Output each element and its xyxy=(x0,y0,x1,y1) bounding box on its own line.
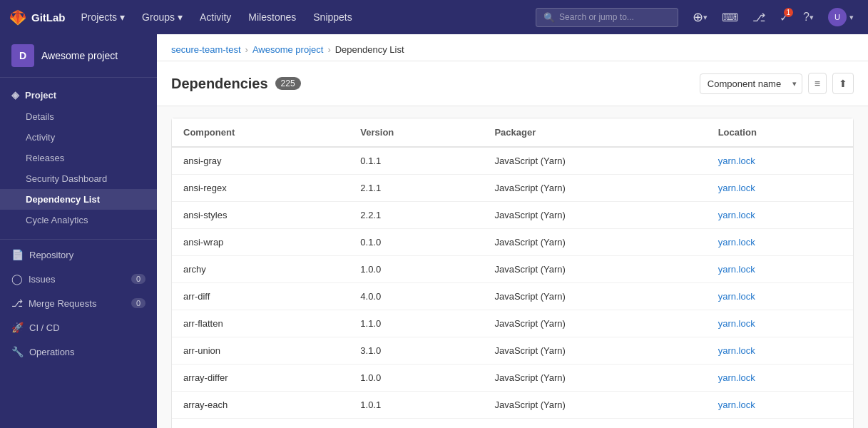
table-row: array-each1.0.1JavaScript (Yarn)yarn.loc… xyxy=(172,392,853,419)
sidebar-item-operations[interactable]: 🔧 Operations xyxy=(0,340,157,364)
merge-requests-count: 0 xyxy=(131,298,145,308)
todos-button[interactable]: ✓ 1 xyxy=(774,6,795,29)
cell-location: yarn.lock xyxy=(707,337,853,365)
operations-icon: 🔧 xyxy=(11,346,24,357)
breadcrumb-separator: › xyxy=(245,44,248,55)
cell-location: yarn.lock xyxy=(707,256,853,283)
avatar: U xyxy=(828,8,847,26)
table-header-row: Component Version Packager Location xyxy=(172,118,853,147)
location-link[interactable]: yarn.lock xyxy=(718,291,755,302)
column-header-component: Component xyxy=(172,118,349,147)
help-button[interactable]: ? ▾ xyxy=(797,6,820,28)
issues-icon: ◯ xyxy=(11,273,23,285)
nav-projects-label: Projects xyxy=(81,11,118,23)
sidebar-item-merge-requests[interactable]: ⎇ Merge Requests 0 xyxy=(0,291,157,315)
location-link[interactable]: yarn.lock xyxy=(718,345,755,356)
location-link[interactable]: yarn.lock xyxy=(718,210,755,220)
location-link[interactable]: yarn.lock xyxy=(718,318,755,329)
cell-location: yarn.lock xyxy=(707,229,853,256)
gitlab-wordmark: GitLab xyxy=(31,11,66,24)
page-header: Dependencies 225 Component name ▾ ≡ ⬆ xyxy=(157,61,868,106)
location-link[interactable]: yarn.lock xyxy=(718,237,755,248)
cell-component: array-slice xyxy=(172,419,349,429)
sidebar-item-details[interactable]: Details xyxy=(0,106,157,127)
project-name: Awesome project xyxy=(41,50,118,61)
sidebar-item-cicd[interactable]: 🚀 CI / CD xyxy=(0,315,157,340)
sidebar-item-releases[interactable]: Releases xyxy=(0,148,157,168)
cell-version: 1.0.0 xyxy=(349,256,483,283)
gitlab-logo[interactable]: GitLab xyxy=(9,8,66,26)
project-section: ◈ Project Details Activity Releases Secu… xyxy=(0,78,157,236)
top-navigation: GitLab Projects ▾ Groups ▾ Activity Mile… xyxy=(0,0,868,34)
nav-snippets[interactable]: Snippets xyxy=(306,7,359,27)
nav-activity[interactable]: Activity xyxy=(193,7,238,27)
cell-location: yarn.lock xyxy=(707,283,853,310)
sidebar-item-activity[interactable]: Activity xyxy=(0,127,157,148)
location-link[interactable]: yarn.lock xyxy=(718,156,755,166)
sidebar-repository-label: Repository xyxy=(29,250,73,260)
sidebar-item-repository[interactable]: 📄 Repository xyxy=(0,243,157,267)
nav-milestones[interactable]: Milestones xyxy=(241,7,303,27)
sidebar-item-issues[interactable]: ◯ Issues 0 xyxy=(0,267,157,291)
cell-packager: JavaScript (Yarn) xyxy=(483,283,706,310)
cell-version: 1.0.0 xyxy=(349,365,483,392)
sidebar-item-dependency-list[interactable]: Dependency List xyxy=(0,189,157,210)
merge-requests-button[interactable]: ⎇ xyxy=(747,6,771,29)
breadcrumb-link-awesome-project[interactable]: Awesome project xyxy=(252,44,323,55)
nav-groups[interactable]: Groups ▾ xyxy=(135,7,190,27)
cell-packager: JavaScript (Yarn) xyxy=(483,202,706,229)
export-button[interactable]: ⬆ xyxy=(832,73,854,94)
chevron-down-icon: ▾ xyxy=(178,11,183,23)
search-placeholder: Search or jump to... xyxy=(559,12,634,22)
keyboard-shortcut-button[interactable]: ⌨ xyxy=(716,6,744,29)
breadcrumb-link-secure-team-test[interactable]: secure-team-test xyxy=(171,44,241,55)
cell-packager: JavaScript (Yarn) xyxy=(483,310,706,337)
sidebar-item-security-dashboard[interactable]: Security Dashboard xyxy=(0,168,157,189)
search-bar[interactable]: 🔍 Search or jump to... xyxy=(536,8,678,27)
table-row: arr-diff4.0.0JavaScript (Yarn)yarn.lock xyxy=(172,283,853,310)
filter-settings-button[interactable]: ≡ xyxy=(808,73,827,94)
cell-packager: JavaScript (Yarn) xyxy=(483,337,706,365)
cell-packager: JavaScript (Yarn) xyxy=(483,392,706,419)
cell-location: yarn.lock xyxy=(707,419,853,429)
cell-component: ansi-styles xyxy=(172,202,349,229)
chevron-down-icon: ▾ xyxy=(849,13,854,22)
location-link[interactable]: yarn.lock xyxy=(718,399,755,410)
user-menu-button[interactable]: U ▾ xyxy=(822,4,859,31)
project-section-label: Project xyxy=(25,90,56,101)
sidebar-item-releases-label: Releases xyxy=(26,153,64,163)
nav-milestones-label: Milestones xyxy=(248,11,296,23)
cell-component: array-each xyxy=(172,392,349,419)
export-icon: ⬆ xyxy=(839,78,847,89)
breadcrumb: secure-team-test › Awesome project › Dep… xyxy=(157,34,868,61)
sidebar-cicd-label: CI / CD xyxy=(29,322,60,333)
location-link[interactable]: yarn.lock xyxy=(718,183,755,193)
cell-location: yarn.lock xyxy=(707,202,853,229)
sidebar-item-details-label: Details xyxy=(26,111,54,122)
location-link[interactable]: yarn.lock xyxy=(718,372,755,383)
nav-projects[interactable]: Projects ▾ xyxy=(74,7,133,27)
cell-component: ansi-gray xyxy=(172,147,349,175)
help-icon: ? xyxy=(803,11,810,24)
chevron-down-icon: ▾ xyxy=(120,11,125,23)
location-link[interactable]: yarn.lock xyxy=(718,264,755,275)
sidebar-item-security-dashboard-label: Security Dashboard xyxy=(26,173,107,184)
main-content: secure-team-test › Awesome project › Dep… xyxy=(157,34,868,428)
component-name-filter[interactable]: Component name xyxy=(700,73,802,94)
nav-activity-label: Activity xyxy=(200,11,231,23)
sidebar-item-cycle-analytics-label: Cycle Analytics xyxy=(26,215,88,225)
new-item-button[interactable]: ⊕ ▾ xyxy=(687,5,713,29)
project-header: D Awesome project xyxy=(0,34,157,78)
chevron-down-icon: ▾ xyxy=(703,13,708,22)
table-row: ansi-gray0.1.1JavaScript (Yarn)yarn.lock xyxy=(172,147,853,175)
sidebar-merge-requests-label: Merge Requests xyxy=(29,298,96,309)
cell-location: yarn.lock xyxy=(707,310,853,337)
merge-request-icon: ⎇ xyxy=(752,11,765,24)
sidebar-item-cycle-analytics[interactable]: Cycle Analytics xyxy=(0,210,157,230)
cell-packager: JavaScript (Yarn) xyxy=(483,147,706,175)
table-row: ansi-wrap0.1.0JavaScript (Yarn)yarn.lock xyxy=(172,229,853,256)
cell-component: array-differ xyxy=(172,365,349,392)
table-row: ansi-styles2.2.1JavaScript (Yarn)yarn.lo… xyxy=(172,202,853,229)
project-section-header[interactable]: ◈ Project xyxy=(0,83,157,106)
cell-version: 3.1.0 xyxy=(349,337,483,365)
